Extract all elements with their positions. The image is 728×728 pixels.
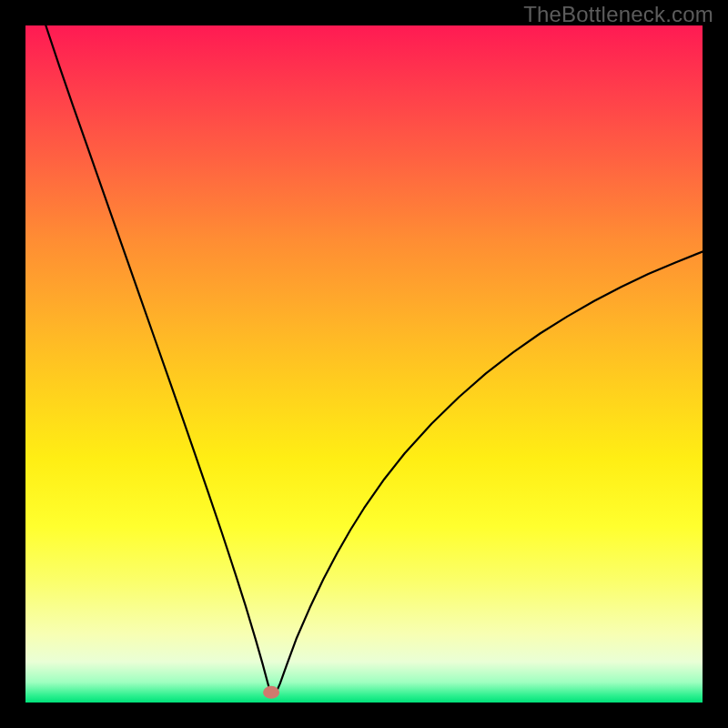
chart-frame: TheBottleneck.com — [0, 0, 728, 728]
attribution-text: TheBottleneck.com — [523, 2, 713, 27]
plot-svg — [25, 25, 703, 703]
plot-area — [25, 25, 703, 703]
minimum-marker — [263, 686, 279, 699]
bottleneck-curve — [46, 25, 703, 696]
